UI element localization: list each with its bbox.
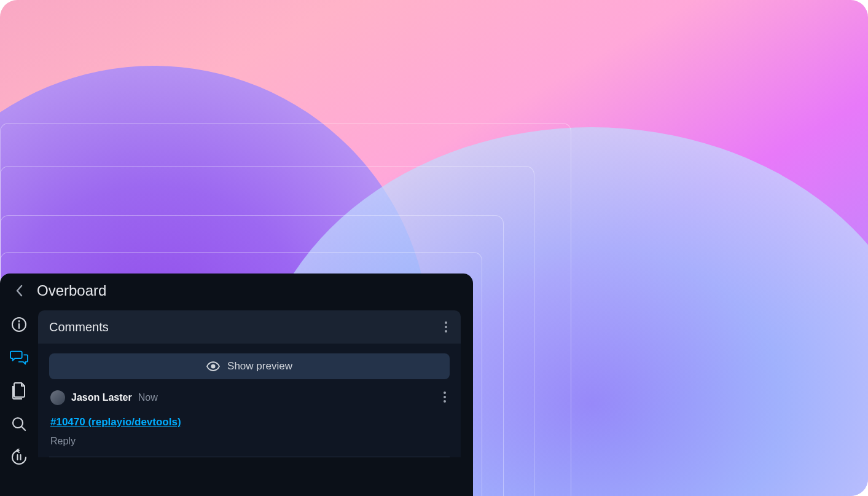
chevron-left-icon	[15, 284, 24, 297]
sidebar-item-search[interactable]	[10, 415, 28, 433]
comment-author: Jason Laster	[71, 392, 132, 403]
comment-header: Jason Laster Now	[50, 390, 448, 405]
comments-body: Show preview Jason Laster Now #10470 (re…	[38, 344, 461, 457]
comments-panel: Overboard	[0, 274, 473, 496]
sidebar-item-info[interactable]	[10, 315, 28, 334]
dot-icon	[444, 396, 446, 398]
panel-title: Overboard	[37, 282, 106, 299]
dot-icon	[444, 392, 446, 394]
panel-header: Overboard	[0, 274, 473, 310]
dot-icon	[445, 321, 447, 324]
comments-icon	[10, 349, 28, 366]
svg-point-7	[211, 364, 216, 369]
comment-timestamp: Now	[138, 392, 158, 403]
back-button[interactable]	[11, 282, 28, 299]
panel-body: Comments Show preview	[0, 310, 473, 496]
dot-icon	[445, 330, 447, 333]
replay-pause-icon	[10, 449, 28, 466]
info-icon	[11, 317, 27, 333]
eye-icon	[206, 361, 220, 371]
show-preview-label: Show preview	[227, 360, 292, 372]
dot-icon	[445, 326, 447, 328]
sidebar-item-comments[interactable]	[10, 348, 28, 367]
comment-item: Jason Laster Now #10470 (replayio/devtoo…	[49, 379, 450, 457]
comments-section-header: Comments	[38, 310, 461, 344]
main-content: Comments Show preview	[38, 310, 473, 496]
sidebar	[0, 310, 38, 496]
avatar	[50, 390, 65, 405]
show-preview-button[interactable]: Show preview	[49, 353, 450, 379]
search-icon	[11, 416, 27, 432]
sidebar-item-files[interactable]	[10, 382, 28, 400]
dot-icon	[444, 400, 446, 403]
reply-button[interactable]: Reply	[50, 436, 448, 447]
comments-section-title: Comments	[49, 320, 109, 334]
svg-line-4	[22, 427, 25, 430]
files-icon	[10, 382, 28, 400]
sidebar-item-replay[interactable]	[10, 448, 28, 466]
comments-header-menu-button[interactable]	[442, 319, 450, 335]
comment-menu-button[interactable]	[441, 389, 448, 405]
comment-link[interactable]: #10470 (replayio/devtools)	[50, 416, 181, 428]
